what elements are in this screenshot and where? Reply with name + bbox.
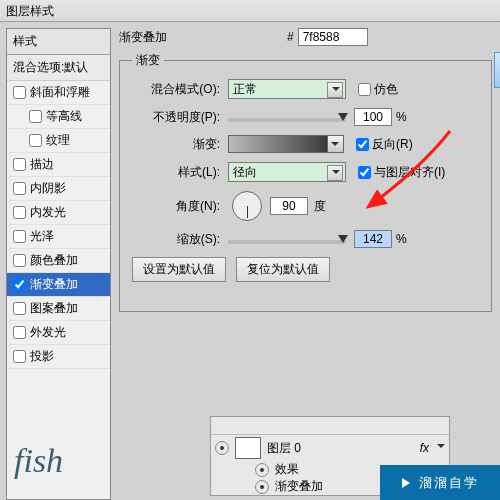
angle-label: 角度(N):	[132, 198, 220, 215]
layer-row[interactable]: 图层 0 fx	[211, 435, 449, 461]
fx-title: 效果	[275, 461, 299, 478]
gradient-dropdown[interactable]	[328, 135, 344, 153]
style-item[interactable]: 等高线	[7, 105, 110, 129]
style-checkbox[interactable]	[13, 206, 26, 219]
angle-value[interactable]	[270, 197, 308, 215]
ok-button-edge[interactable]	[494, 52, 500, 88]
fx-expand-icon[interactable]	[437, 444, 445, 452]
style-label: 等高线	[46, 108, 82, 125]
brand-text: 溜溜自学	[419, 474, 479, 492]
opacity-value[interactable]	[354, 108, 392, 126]
style-item[interactable]: 内阴影	[7, 177, 110, 201]
angle-unit: 度	[314, 198, 326, 215]
hash-symbol: #	[287, 30, 294, 44]
style-label: 投影	[30, 348, 54, 365]
brand-badge: 溜溜自学	[380, 465, 500, 500]
play-icon	[402, 478, 415, 488]
gradient-preview[interactable]	[228, 135, 328, 153]
scale-value[interactable]	[354, 230, 392, 248]
scale-unit: %	[396, 232, 407, 246]
angle-dial[interactable]	[232, 191, 262, 221]
style-checkbox[interactable]	[13, 86, 26, 99]
opacity-label: 不透明度(P):	[132, 109, 220, 126]
style-item[interactable]: 纹理	[7, 129, 110, 153]
style-label: 渐变叠加	[30, 276, 78, 293]
style-label: 外发光	[30, 324, 66, 341]
blend-mode-combo[interactable]: 正常	[228, 79, 346, 99]
style-checkbox[interactable]	[13, 278, 26, 291]
style-item[interactable]: 投影	[7, 345, 110, 369]
style-checkbox[interactable]	[13, 350, 26, 363]
style-item[interactable]: 渐变叠加	[7, 273, 110, 297]
visibility-icon[interactable]	[215, 441, 229, 455]
styles-title: 样式	[7, 29, 110, 55]
styles-list: 样式 混合选项:默认 斜面和浮雕等高线纹理描边内阴影内发光光泽颜色叠加渐变叠加图…	[6, 28, 111, 500]
style-item[interactable]: 外发光	[7, 321, 110, 345]
opacity-unit: %	[396, 110, 407, 124]
blend-mode-label: 混合模式(O):	[132, 81, 220, 98]
style-label: 样式(L):	[132, 164, 220, 181]
window-title: 图层样式	[0, 0, 500, 22]
hex-input[interactable]	[298, 28, 368, 46]
gradient-group: 渐变 混合模式(O): 正常 仿色 不透明度(P): % 渐变: 反向(R	[119, 52, 492, 312]
style-label: 斜面和浮雕	[30, 84, 90, 101]
style-checkbox[interactable]	[13, 326, 26, 339]
gradient-label: 渐变:	[132, 136, 220, 153]
visibility-icon[interactable]	[255, 463, 269, 477]
style-checkbox[interactable]	[13, 158, 26, 171]
style-label: 内阴影	[30, 180, 66, 197]
style-checkbox[interactable]	[29, 110, 42, 123]
dither-checkbox[interactable]: 仿色	[358, 81, 398, 98]
style-item[interactable]: 光泽	[7, 225, 110, 249]
fish-watermark: fish	[14, 442, 63, 480]
layer-name: 图层 0	[267, 440, 301, 457]
layers-header	[211, 417, 449, 435]
opacity-slider[interactable]	[228, 118, 346, 122]
style-checkbox[interactable]	[13, 182, 26, 195]
style-item[interactable]: 内发光	[7, 201, 110, 225]
style-item[interactable]: 颜色叠加	[7, 249, 110, 273]
style-item[interactable]: 图案叠加	[7, 297, 110, 321]
style-checkbox[interactable]	[13, 302, 26, 315]
group-legend: 渐变	[132, 52, 164, 69]
style-label: 颜色叠加	[30, 252, 78, 269]
style-label: 图案叠加	[30, 300, 78, 317]
style-item[interactable]: 斜面和浮雕	[7, 81, 110, 105]
set-default-button[interactable]: 设置为默认值	[132, 257, 226, 282]
fx-badge[interactable]: fx	[420, 441, 433, 455]
style-label: 描边	[30, 156, 54, 173]
style-item[interactable]: 描边	[7, 153, 110, 177]
reset-default-button[interactable]: 复位为默认值	[236, 257, 330, 282]
align-checkbox[interactable]: 与图层对齐(I)	[358, 164, 445, 181]
style-label: 纹理	[46, 132, 70, 149]
scale-slider[interactable]	[228, 240, 346, 244]
style-checkbox[interactable]	[29, 134, 42, 147]
fx-item-label: 渐变叠加	[275, 478, 323, 495]
style-combo[interactable]: 径向	[228, 162, 346, 182]
style-label: 内发光	[30, 204, 66, 221]
scale-label: 缩放(S):	[132, 231, 220, 248]
style-label: 光泽	[30, 228, 54, 245]
reverse-checkbox[interactable]: 反向(R)	[356, 136, 413, 153]
section-title: 渐变叠加	[119, 29, 167, 46]
style-checkbox[interactable]	[13, 230, 26, 243]
style-checkbox[interactable]	[13, 254, 26, 267]
visibility-icon[interactable]	[255, 480, 269, 494]
blend-options-default[interactable]: 混合选项:默认	[7, 55, 110, 81]
layer-thumbnail[interactable]	[235, 437, 261, 459]
